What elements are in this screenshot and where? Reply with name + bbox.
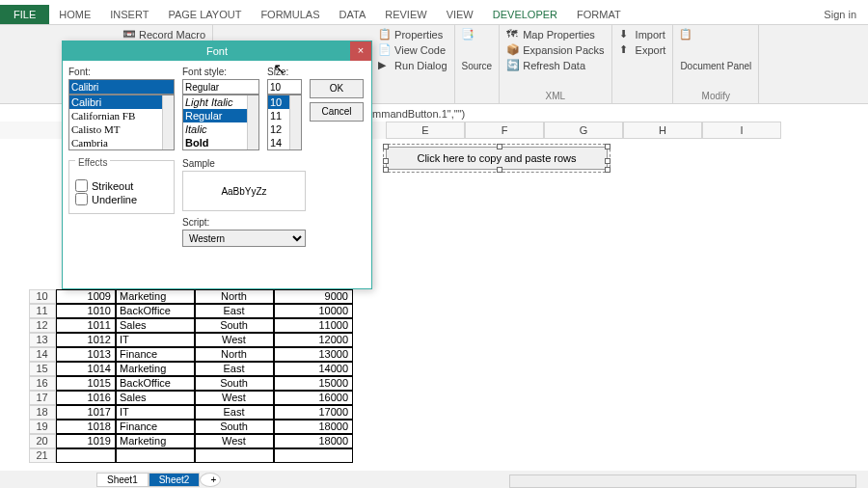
cell[interactable]: 12000 — [274, 333, 353, 347]
underline-checkbox[interactable]: Underline — [75, 193, 168, 205]
cell[interactable]: BackOffice — [116, 376, 195, 391]
cell[interactable]: East — [195, 405, 274, 420]
row-header[interactable]: 18 — [29, 405, 56, 420]
run-dialog-button[interactable]: ▶Run Dialog — [377, 58, 448, 73]
sheet-tab[interactable]: Sheet2 — [149, 473, 201, 487]
cell[interactable]: 1014 — [56, 362, 116, 376]
cell[interactable]: 1012 — [56, 333, 116, 347]
cell[interactable]: 11000 — [274, 318, 353, 333]
resize-handle[interactable] — [383, 158, 389, 164]
horizontal-scrollbar[interactable] — [509, 474, 856, 488]
col-header[interactable]: G — [544, 122, 623, 139]
resize-handle[interactable] — [605, 167, 610, 173]
list-item[interactable]: 16 — [268, 149, 301, 150]
scrollbar[interactable] — [162, 95, 174, 149]
row-header[interactable]: 12 — [29, 318, 56, 333]
list-item[interactable]: Cambria Math — [69, 149, 174, 150]
list-item[interactable]: Californian FB — [69, 109, 174, 122]
tab-review[interactable]: REVIEW — [375, 5, 436, 24]
cell[interactable]: 18000 — [274, 420, 353, 434]
cell[interactable] — [56, 448, 116, 463]
row-header[interactable]: 13 — [29, 333, 56, 347]
cell[interactable]: IT — [116, 333, 195, 347]
resize-handle[interactable] — [497, 167, 502, 173]
col-header[interactable]: E — [386, 122, 465, 139]
cell[interactable]: Sales — [116, 318, 195, 333]
tab-developer[interactable]: DEVELOPER — [483, 5, 567, 24]
cell[interactable]: 1013 — [56, 347, 116, 362]
tab-insert[interactable]: INSERT — [100, 5, 158, 24]
row-header[interactable]: 10 — [29, 289, 56, 304]
cell[interactable]: 18000 — [274, 434, 353, 448]
tab-data[interactable]: DATA — [330, 5, 376, 24]
tab-formulas[interactable]: FORMULAS — [251, 5, 329, 24]
document-panel-icon[interactable]: 📋 — [679, 28, 710, 59]
cell[interactable]: 16000 — [274, 391, 353, 405]
tab-page-layout[interactable]: PAGE LAYOUT — [158, 5, 251, 24]
cell[interactable]: East — [195, 304, 274, 318]
cell[interactable]: West — [195, 333, 274, 347]
cell[interactable] — [195, 448, 274, 463]
sheet-tab[interactable]: Sheet1 — [96, 473, 149, 487]
cell[interactable]: Finance — [116, 347, 195, 362]
col-header[interactable]: H — [623, 122, 702, 139]
cancel-button[interactable]: Cancel — [310, 102, 364, 122]
view-code-button[interactable]: 📄View Code — [377, 42, 448, 58]
map-properties-button[interactable]: 🗺Map Properties — [505, 27, 605, 42]
cell[interactable]: Finance — [116, 420, 195, 434]
script-select[interactable]: Western — [182, 230, 306, 247]
cell[interactable]: IT — [116, 405, 195, 420]
style-input[interactable] — [182, 79, 259, 95]
style-list[interactable]: Light Italic Regular Italic Bold Bold It… — [182, 95, 259, 150]
cell[interactable]: 1009 — [56, 289, 116, 304]
cell[interactable]: 13000 — [274, 347, 353, 362]
cell[interactable] — [116, 448, 195, 463]
cell[interactable]: South — [195, 376, 274, 391]
resize-handle[interactable] — [605, 158, 610, 164]
row-header[interactable]: 14 — [29, 347, 56, 362]
cell[interactable]: 15000 — [274, 376, 353, 391]
cell[interactable]: North — [195, 347, 274, 362]
refresh-data-button[interactable]: 🔄Refresh Data — [505, 58, 605, 73]
list-item[interactable]: Cambria — [69, 136, 174, 149]
export-button[interactable]: ⬆Export — [618, 42, 667, 58]
add-sheet-button[interactable]: + — [200, 473, 221, 487]
expansion-packs-button[interactable]: 📦Expansion Packs — [505, 42, 605, 58]
cell[interactable]: 14000 — [274, 362, 353, 376]
sign-in-link[interactable]: Sign in — [812, 5, 868, 24]
cell[interactable]: West — [195, 391, 274, 405]
source-icon[interactable]: 📑 — [461, 28, 492, 59]
cell[interactable]: 1011 — [56, 318, 116, 333]
cell[interactable]: 1015 — [56, 376, 116, 391]
row-header[interactable]: 11 — [29, 304, 56, 318]
size-list[interactable]: 10 11 12 14 16 18 20 — [267, 95, 302, 150]
col-header[interactable]: I — [702, 122, 781, 139]
row-header[interactable]: 17 — [29, 391, 56, 405]
cell[interactable]: Marketing — [116, 362, 195, 376]
strikeout-checkbox[interactable]: Strikeout — [75, 179, 168, 192]
resize-handle[interactable] — [383, 144, 389, 149]
cell[interactable] — [274, 448, 353, 463]
cell[interactable]: South — [195, 318, 274, 333]
cell[interactable]: 1010 — [56, 304, 116, 318]
cell[interactable]: 1017 — [56, 405, 116, 420]
scrollbar[interactable] — [247, 95, 258, 149]
ok-button[interactable]: OK — [310, 79, 364, 98]
close-button[interactable]: × — [350, 41, 371, 61]
cell[interactable]: North — [195, 289, 274, 304]
resize-handle[interactable] — [605, 144, 610, 149]
cell[interactable]: 10000 — [274, 304, 353, 318]
cell[interactable]: BackOffice — [116, 304, 195, 318]
properties-button[interactable]: 📋Properties — [377, 27, 448, 42]
cell[interactable]: 9000 — [274, 289, 353, 304]
cell[interactable]: 17000 — [274, 405, 353, 420]
tab-view[interactable]: VIEW — [437, 5, 483, 24]
resize-handle[interactable] — [497, 144, 502, 149]
row-header[interactable]: 16 — [29, 376, 56, 391]
tab-home[interactable]: HOME — [49, 5, 100, 24]
tab-format[interactable]: FORMAT — [567, 5, 631, 24]
dialog-titlebar[interactable]: Font × — [63, 41, 371, 61]
cell[interactable]: 1016 — [56, 391, 116, 405]
command-button[interactable]: Click here to copy and paste rows — [386, 147, 608, 170]
import-button[interactable]: ⬇Import — [618, 27, 667, 42]
